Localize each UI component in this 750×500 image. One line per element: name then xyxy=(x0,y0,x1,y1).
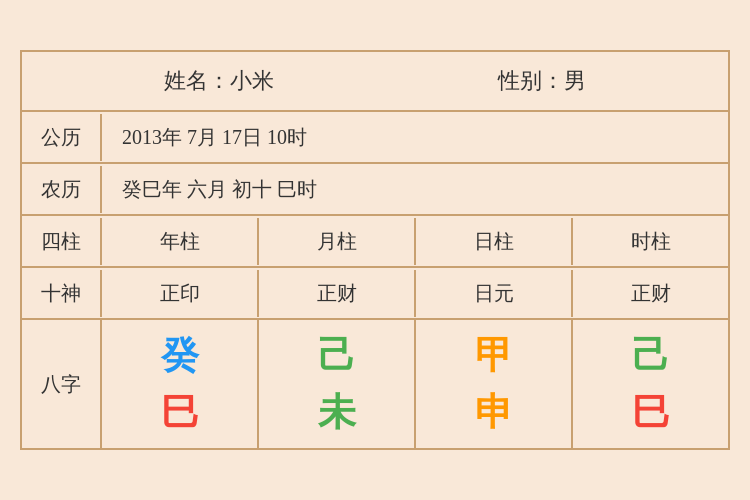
tengod-hour: 正财 xyxy=(573,270,728,317)
four-pillars-row: 四柱 年柱 月柱 日柱 时柱 xyxy=(22,216,728,268)
gender-label: 性别：男 xyxy=(498,66,586,96)
lunar-value: 癸巳年 六月 初十 巳时 xyxy=(102,166,728,213)
pillar-month: 月柱 xyxy=(259,218,416,265)
pillar-year: 年柱 xyxy=(102,218,259,265)
four-pillars-label: 四柱 xyxy=(22,218,102,265)
bazhi-col-2: 甲 申 xyxy=(416,320,573,448)
tengod-year: 正印 xyxy=(102,270,259,317)
ten-gods-row: 十神 正印 正财 日元 正财 xyxy=(22,268,728,320)
gregorian-value: 2013年 7月 17日 10时 xyxy=(102,114,728,161)
bazhi-col-1: 己 未 xyxy=(259,320,416,448)
lunar-row: 农历 癸巳年 六月 初十 巳时 xyxy=(22,164,728,216)
header-row: 姓名：小米 性别：男 xyxy=(22,52,728,112)
bazhi-bottom-2: 申 xyxy=(475,387,513,438)
pillar-day: 日柱 xyxy=(416,218,573,265)
bazhi-col-0: 癸 巳 xyxy=(102,320,259,448)
bazhi-top-1: 己 xyxy=(318,330,356,381)
bazhi-label: 八字 xyxy=(22,320,102,448)
bazhi-top-0: 癸 xyxy=(161,330,199,381)
tengod-month: 正财 xyxy=(259,270,416,317)
lunar-label: 农历 xyxy=(22,166,102,213)
tengod-day: 日元 xyxy=(416,270,573,317)
bazhi-row: 八字 癸 巳 己 未 甲 申 己 巳 xyxy=(22,320,728,448)
bazhi-top-3: 己 xyxy=(632,330,670,381)
bazhi-col-3: 己 巳 xyxy=(573,320,728,448)
pillar-hour: 时柱 xyxy=(573,218,728,265)
ten-gods-label: 十神 xyxy=(22,270,102,317)
main-container: 姓名：小米 性别：男 公历 2013年 7月 17日 10时 农历 癸巳年 六月… xyxy=(20,50,730,450)
bazhi-bottom-1: 未 xyxy=(318,387,356,438)
ten-gods-cells: 正印 正财 日元 正财 xyxy=(102,270,728,317)
four-pillars-cells: 年柱 月柱 日柱 时柱 xyxy=(102,218,728,265)
bazhi-bottom-0: 巳 xyxy=(161,387,199,438)
gregorian-label: 公历 xyxy=(22,114,102,161)
bazhi-bottom-3: 巳 xyxy=(632,387,670,438)
name-label: 姓名：小米 xyxy=(164,66,274,96)
bazhi-cells: 癸 巳 己 未 甲 申 己 巳 xyxy=(102,320,728,448)
gregorian-row: 公历 2013年 7月 17日 10时 xyxy=(22,112,728,164)
bazhi-top-2: 甲 xyxy=(475,330,513,381)
